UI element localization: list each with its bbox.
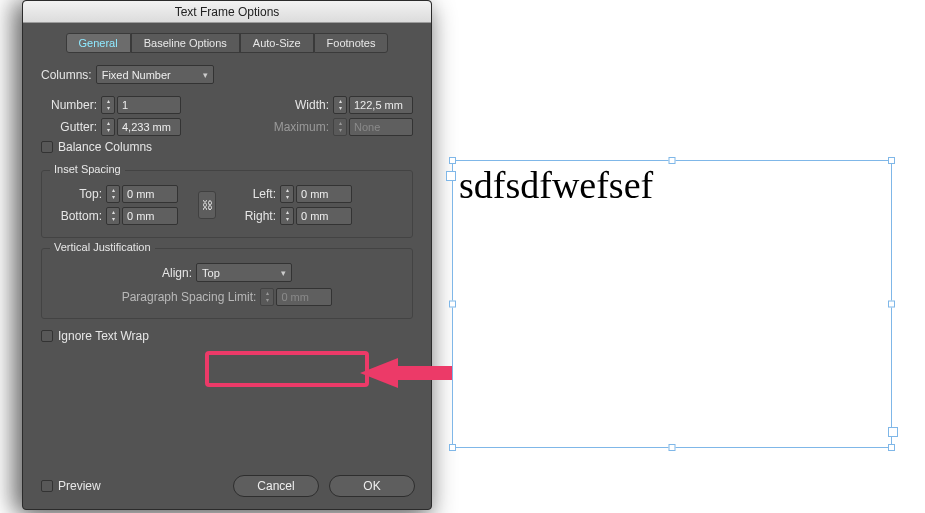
tab-bar: General Baseline Options Auto-Size Footn…	[23, 33, 431, 53]
ok-button[interactable]: OK	[329, 475, 415, 497]
vjust-legend: Vertical Justification	[50, 241, 155, 253]
link-icon[interactable]: ⛓	[198, 191, 216, 219]
chevron-down-icon: ▾	[281, 268, 286, 278]
inset-bottom-label: Bottom:	[54, 209, 102, 223]
inset-right-field[interactable]	[296, 207, 352, 225]
preview-checkbox[interactable]	[41, 480, 53, 492]
columns-mode-select[interactable]: Fixed Number ▾	[96, 65, 214, 84]
gutter-stepper[interactable]: ▴▾	[101, 118, 115, 136]
dialog-title: Text Frame Options	[23, 1, 431, 23]
para-limit-stepper: ▴▾	[260, 288, 274, 306]
tab-baseline-options[interactable]: Baseline Options	[131, 33, 240, 53]
cancel-button[interactable]: Cancel	[233, 475, 319, 497]
width-label: Width:	[277, 98, 329, 112]
in-port-icon[interactable]	[446, 171, 456, 181]
tab-auto-size[interactable]: Auto-Size	[240, 33, 314, 53]
handle-mid-right[interactable]	[888, 301, 895, 308]
chevron-down-icon: ▾	[203, 70, 208, 80]
align-label: Align:	[162, 266, 192, 280]
columns-label: Columns:	[41, 68, 92, 82]
handle-top-left[interactable]	[449, 157, 456, 164]
number-field[interactable]	[117, 96, 181, 114]
text-frame-options-dialog: Text Frame Options General Baseline Opti…	[22, 0, 432, 510]
inset-bottom-field[interactable]	[122, 207, 178, 225]
handle-top-right[interactable]	[888, 157, 895, 164]
inset-legend: Inset Spacing	[50, 163, 125, 175]
number-label: Number:	[41, 98, 97, 112]
para-limit-label: Paragraph Spacing Limit:	[122, 290, 257, 304]
handle-mid-left[interactable]	[449, 301, 456, 308]
number-stepper[interactable]: ▴▾	[101, 96, 115, 114]
inset-top-label: Top:	[54, 187, 102, 201]
tab-general[interactable]: General	[66, 33, 131, 53]
inset-top-stepper[interactable]: ▴▾	[106, 185, 120, 203]
inset-top-field[interactable]	[122, 185, 178, 203]
inset-left-field[interactable]	[296, 185, 352, 203]
para-limit-field	[276, 288, 332, 306]
maximum-stepper: ▴▾	[333, 118, 347, 136]
handle-top-center[interactable]	[669, 157, 676, 164]
annotation-highlight	[205, 351, 369, 387]
text-frame[interactable]: sdfsdfwefsef	[452, 160, 892, 448]
gutter-label: Gutter:	[41, 120, 97, 134]
inset-bottom-stepper[interactable]: ▴▾	[106, 207, 120, 225]
tab-footnotes[interactable]: Footnotes	[314, 33, 389, 53]
out-port-icon[interactable]	[888, 427, 898, 437]
handle-bottom-left[interactable]	[449, 444, 456, 451]
ignore-text-wrap-label: Ignore Text Wrap	[58, 329, 149, 343]
handle-bottom-center[interactable]	[669, 444, 676, 451]
maximum-field	[349, 118, 413, 136]
align-select[interactable]: Top ▾	[196, 263, 292, 282]
balance-columns-checkbox[interactable]	[41, 141, 53, 153]
text-frame-content[interactable]: sdfsdfwefsef	[453, 161, 891, 209]
inset-left-label: Left:	[236, 187, 276, 201]
inset-left-stepper[interactable]: ▴▾	[280, 185, 294, 203]
handle-bottom-right[interactable]	[888, 444, 895, 451]
inset-spacing-group: Inset Spacing Top: ▴▾ Bottom: ▴▾ ⛓	[41, 170, 413, 238]
inset-right-label: Right:	[236, 209, 276, 223]
vertical-justification-group: Vertical Justification Align: Top ▾ Para…	[41, 248, 413, 319]
columns-mode-value: Fixed Number	[102, 69, 171, 81]
gutter-field[interactable]	[117, 118, 181, 136]
inset-right-stepper[interactable]: ▴▾	[280, 207, 294, 225]
width-field[interactable]	[349, 96, 413, 114]
width-stepper[interactable]: ▴▾	[333, 96, 347, 114]
balance-columns-label: Balance Columns	[58, 140, 152, 154]
align-value: Top	[202, 267, 220, 279]
ignore-text-wrap-checkbox[interactable]	[41, 330, 53, 342]
preview-label: Preview	[58, 479, 101, 493]
maximum-label: Maximum:	[257, 120, 329, 134]
preview-row: Preview	[41, 479, 105, 493]
